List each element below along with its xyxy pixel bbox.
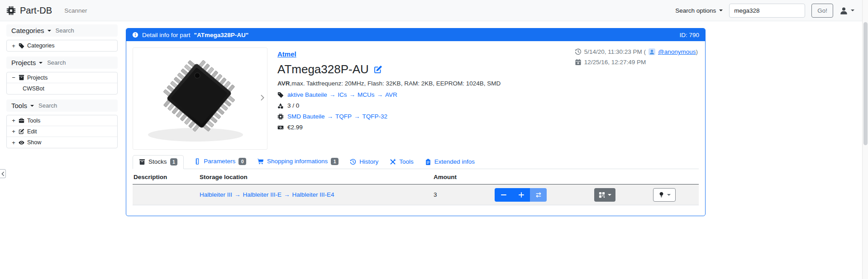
storage-location-link[interactable]: Halbleiter III bbox=[200, 191, 232, 198]
tree-item-projects[interactable]: − Projects bbox=[7, 72, 117, 83]
category-link[interactable]: aktive Bauteile bbox=[287, 91, 327, 98]
led-locate-dropdown-button[interactable] bbox=[653, 188, 676, 202]
expand-icon[interactable]: + bbox=[11, 128, 16, 135]
category-row: aktive BauteileICsMCUsAVR bbox=[277, 91, 575, 98]
arrow-separator bbox=[281, 191, 292, 198]
part-description: AVR,max. Taktfrequenz: 20MHz, Flash: 32K… bbox=[277, 80, 575, 87]
categories-panel-header: Categories bbox=[6, 24, 118, 37]
column-header-amount: Amount bbox=[433, 169, 494, 184]
tree-item-categories[interactable]: + Categories bbox=[7, 40, 117, 51]
projects-search-input[interactable] bbox=[47, 59, 97, 66]
chevron-down-icon bbox=[719, 9, 723, 11]
page-scrollbar[interactable] bbox=[862, 0, 868, 279]
tab-history[interactable]: History bbox=[349, 158, 379, 169]
card-body: Atmel ATmega328P-AU AVR,max. Taktfrequen… bbox=[126, 41, 705, 212]
tab-stocks[interactable]: Stocks 1 bbox=[133, 155, 184, 170]
arrow-separator bbox=[327, 91, 338, 98]
collapse-minus-icon[interactable]: − bbox=[11, 74, 16, 81]
projects-panel-header: Projects bbox=[6, 57, 118, 69]
description-lead: AVR bbox=[277, 80, 290, 87]
info-icon bbox=[132, 32, 138, 38]
tab-label: Tools bbox=[399, 158, 414, 165]
exchange-arrows-icon bbox=[535, 192, 542, 198]
tree-item-label: Projects bbox=[27, 75, 48, 81]
plus-icon bbox=[519, 192, 524, 198]
stock-row-location-cell: Halbleiter IIIHalbleiter III-EHalbleiter… bbox=[199, 184, 433, 205]
tab-extended-infos[interactable]: Extended infos bbox=[424, 158, 476, 169]
tree-item-cwsbot[interactable]: CWSBot bbox=[7, 83, 117, 94]
tree-item-tools[interactable]: + Tools bbox=[7, 115, 117, 126]
footprint-link[interactable]: SMD Bauteile bbox=[287, 113, 325, 120]
category-link[interactable]: MCUs bbox=[358, 91, 375, 98]
minus-icon bbox=[501, 192, 506, 198]
categories-search-input[interactable] bbox=[56, 27, 105, 34]
edit-pencil-icon bbox=[19, 128, 24, 134]
chevron-down-icon bbox=[39, 62, 43, 64]
tools-title: Tools bbox=[11, 102, 27, 109]
label-generator-dropdown-button[interactable] bbox=[594, 188, 615, 202]
tree-item-label: Tools bbox=[27, 118, 40, 124]
expand-icon[interactable]: + bbox=[11, 43, 16, 49]
search-input[interactable] bbox=[729, 4, 805, 18]
tag-icon bbox=[277, 92, 284, 98]
sidebar-collapse-handle[interactable] bbox=[0, 169, 6, 178]
storage-location-link[interactable]: Halbleiter III-E4 bbox=[292, 191, 334, 198]
scrollbar-thumb[interactable] bbox=[863, 22, 868, 145]
projects-dropdown[interactable]: Projects bbox=[11, 59, 43, 66]
cart-icon bbox=[258, 158, 264, 165]
image-next-arrow[interactable] bbox=[259, 95, 266, 103]
avatar-icon bbox=[649, 48, 655, 55]
category-link[interactable]: ICs bbox=[338, 91, 347, 98]
tab-label: Shopping informations bbox=[267, 158, 328, 165]
box-icon bbox=[139, 159, 145, 165]
card-title-part-name: "ATmega328P-AU" bbox=[194, 32, 249, 38]
go-button[interactable]: Go! bbox=[811, 4, 833, 18]
footprint-link[interactable]: TQFP-32 bbox=[362, 113, 388, 120]
column-header-spacer bbox=[494, 169, 593, 184]
chevron-left-icon bbox=[1, 171, 5, 176]
tree-item-edit[interactable]: + Edit bbox=[7, 126, 117, 137]
brand-link[interactable]: Part-DB bbox=[6, 5, 52, 16]
qr-grid-icon bbox=[599, 192, 605, 198]
increase-stock-button[interactable] bbox=[512, 188, 530, 202]
categories-dropdown[interactable]: Categories bbox=[11, 27, 51, 34]
chevron-down-icon bbox=[30, 105, 34, 107]
expand-icon[interactable]: + bbox=[11, 139, 16, 146]
card-header: Detail info for part "ATmega328P-AU" ID:… bbox=[126, 28, 705, 41]
categories-title: Categories bbox=[11, 27, 44, 34]
storage-location-link[interactable]: Halbleiter III-E bbox=[243, 191, 282, 198]
last-modified-value: 5/14/20, 11:30:23 PM ( bbox=[584, 48, 646, 55]
tree-item-show[interactable]: + Show bbox=[7, 137, 117, 148]
anonymous-user-link[interactable]: @anonymous bbox=[658, 48, 696, 55]
stock-row-actions-cell bbox=[494, 184, 593, 205]
move-stock-button[interactable] bbox=[530, 188, 547, 202]
tools-search-input[interactable] bbox=[38, 102, 88, 109]
nav-item-scanner[interactable]: Scanner bbox=[64, 7, 87, 14]
tab-tools[interactable]: Tools bbox=[389, 158, 415, 169]
part-detail-column: Atmel ATmega328P-AU AVR,max. Taktfrequen… bbox=[267, 47, 575, 150]
edit-pencil-icon bbox=[374, 65, 382, 74]
created-value: 12/25/16, 12:27:49 PM bbox=[584, 59, 646, 66]
decrease-stock-button[interactable] bbox=[495, 188, 512, 202]
price-row: €2.99 bbox=[277, 124, 575, 131]
projects-title: Projects bbox=[11, 59, 36, 66]
category-link[interactable]: AVR bbox=[385, 91, 397, 98]
tools-dropdown[interactable]: Tools bbox=[11, 102, 34, 109]
search-options-dropdown[interactable]: Search options bbox=[675, 7, 723, 14]
tab-parameters[interactable]: Parameters 0 bbox=[193, 158, 247, 169]
chevron-down-icon bbox=[667, 194, 671, 196]
part-detail-card: Detail info for part "ATmega328P-AU" ID:… bbox=[126, 28, 706, 216]
stock-adjust-button-group bbox=[495, 188, 547, 202]
navbar-right: Search options Go! bbox=[675, 4, 854, 18]
stock-amount-row: 3 / 0 bbox=[277, 102, 575, 109]
toolbox-icon bbox=[19, 118, 24, 123]
tree-item-label: Categories bbox=[27, 43, 54, 49]
projects-tree: − Projects CWSBot bbox=[6, 72, 118, 95]
edit-part-button[interactable] bbox=[374, 65, 382, 74]
archive-box-icon bbox=[19, 75, 24, 80]
manufacturer-link[interactable]: Atmel bbox=[277, 50, 296, 58]
tab-shopping-informations[interactable]: Shopping informations 1 bbox=[257, 158, 339, 169]
footprint-link[interactable]: TQFP bbox=[335, 113, 352, 120]
expand-icon[interactable]: + bbox=[11, 117, 16, 124]
user-menu-dropdown[interactable] bbox=[839, 6, 854, 15]
